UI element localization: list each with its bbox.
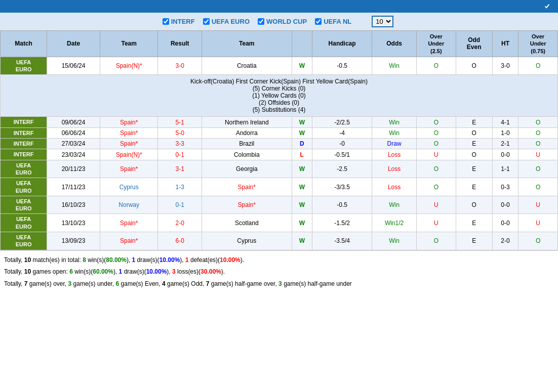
filter-uefa-euro-checkbox[interactable]	[203, 18, 210, 25]
cell-handicap: -2.5	[312, 160, 372, 178]
cell-odds: Win1/2	[372, 214, 417, 232]
cell-category: UEFAEURO	[1, 178, 47, 196]
cell-odds: Draw	[372, 139, 417, 149]
cell-handicap: -0.5	[312, 57, 372, 75]
col-ou075: OverUnder(0.75)	[519, 31, 558, 57]
filter-world-cup-checkbox[interactable]	[258, 18, 264, 25]
filter-interf-checkbox[interactable]	[163, 18, 169, 25]
cell-team1: Spain(N)*	[100, 149, 157, 160]
cell-ou075: O	[519, 57, 558, 75]
cell-ht: 1-1	[492, 160, 518, 178]
cell-result: 5-1	[158, 117, 202, 127]
cell-oe: O	[456, 57, 492, 75]
col-result: Result	[158, 31, 202, 57]
cell-ht: 0-3	[492, 178, 518, 196]
cell-ou25: O	[416, 57, 456, 75]
cell-result: 3-0	[158, 57, 202, 75]
cell-team2: Scotland	[202, 214, 292, 232]
col-match: Match	[1, 31, 47, 57]
filter-uefa-nl-checkbox[interactable]	[315, 18, 322, 25]
cell-category: INTERF	[1, 139, 47, 149]
cell-wr: W	[292, 160, 312, 178]
cell-handicap: -0.5	[312, 196, 372, 214]
cell-ht: 0-0	[492, 214, 518, 232]
cell-ou25: O	[416, 232, 456, 250]
filter-world-cup-label: WORLD CUP	[266, 18, 307, 25]
cell-category: UEFAEURO	[1, 232, 47, 250]
notes-row: Kick-off(Croatia) First Corner Kick(Spai…	[1, 75, 558, 117]
display-notes-checkbox[interactable]	[544, 3, 550, 10]
col-ou25: OverUnder(2.5)	[416, 31, 456, 57]
cell-wr: W	[292, 117, 312, 127]
col-date: Date	[47, 31, 100, 57]
cell-ou075: O	[519, 127, 558, 138]
cell-ht: 0-0	[492, 149, 518, 160]
filter-interf-label: INTERF	[171, 18, 195, 25]
cell-team2: Spain*	[202, 196, 292, 214]
last-games-selector: 10 5 15 20 30	[370, 16, 395, 27]
filter-uefa-euro-label: UEFA EURO	[212, 18, 250, 25]
filter-uefa-nl: UEFA NL	[315, 18, 351, 25]
cell-ou25: O	[416, 127, 456, 138]
cell-ou25: U	[416, 214, 456, 232]
display-notes-container	[544, 3, 553, 10]
cell-odds: Loss	[372, 160, 417, 178]
cell-wr: W	[292, 57, 312, 75]
table-row: UEFAEURO 13/09/23 Spain* 6-0 Cyprus W -3…	[1, 232, 558, 250]
table-row: UEFAEURO 13/10/23 Spain* 2-0 Scotland W …	[1, 214, 558, 232]
cell-ht: 4-1	[492, 117, 518, 127]
cell-ht: 0-0	[492, 196, 518, 214]
table-row: UEFAEURO 17/11/23 Cyprus 1-3 Spain* W -3…	[1, 178, 558, 196]
summary-line: Totally, 10 match(es) in total: 8 win(s)…	[4, 255, 554, 266]
cell-category: INTERF	[1, 149, 47, 160]
cell-ou075: U	[519, 196, 558, 214]
cell-date: 23/03/24	[47, 149, 100, 160]
cell-ou25: O	[416, 178, 456, 196]
col-team1: Team	[100, 31, 157, 57]
cell-ou075: U	[519, 149, 558, 160]
col-team2: Team	[202, 31, 292, 57]
cell-ou25: U	[416, 196, 456, 214]
cell-team1: Norway	[100, 196, 157, 214]
table-row: INTERF 27/03/24 Spain* 3-3 Brazil D -0 D…	[1, 139, 558, 149]
cell-category: UEFAEURO	[1, 214, 47, 232]
filter-uefa-euro: UEFA EURO	[203, 18, 250, 25]
cell-oe: O	[456, 196, 492, 214]
cell-handicap: -2/2.5	[312, 117, 372, 127]
cell-result: 6-0	[158, 232, 202, 250]
cell-team1: Spain*	[100, 139, 157, 149]
cell-team1: Spain(N)*	[100, 57, 157, 75]
cell-date: 17/11/23	[47, 178, 100, 196]
cell-ou25: O	[416, 117, 456, 127]
cell-odds: Win	[372, 57, 417, 75]
scores-table: Match Date Team Result Team Handicap Odd…	[0, 30, 558, 250]
cell-oe: E	[456, 214, 492, 232]
cell-wr: L	[292, 149, 312, 160]
cell-category: UEFAEURO	[1, 196, 47, 214]
table-row: INTERF 09/06/24 Spain* 5-1 Northern Irel…	[1, 117, 558, 127]
col-odds: Odds	[372, 31, 417, 57]
summary-line: Totally, 7 game(s) over, 3 game(s) under…	[4, 279, 554, 290]
cell-odds: Loss	[372, 149, 417, 160]
cell-category: INTERF	[1, 127, 47, 138]
col-handicap: Handicap	[312, 31, 372, 57]
col-oe: OddEven	[456, 31, 492, 57]
cell-odds: Win	[372, 232, 417, 250]
cell-ou25: O	[416, 160, 456, 178]
cell-handicap: -3.5/4	[312, 232, 372, 250]
cell-date: 13/10/23	[47, 214, 100, 232]
cell-handicap: -0	[312, 139, 372, 149]
cell-ou075: O	[519, 117, 558, 127]
cell-team2: Colombia	[202, 149, 292, 160]
summary-line: Totally, 10 games open: 6 win(s)(60.00%)…	[4, 267, 554, 278]
cell-category: UEFAEURO	[1, 160, 47, 178]
cell-result: 0-1	[158, 196, 202, 214]
cell-category: UEFAEURO	[1, 57, 47, 75]
last-games-select[interactable]: 10 5 15 20 30	[372, 16, 393, 27]
cell-team2: Andorra	[202, 127, 292, 138]
cell-oe: O	[456, 149, 492, 160]
filter-row: INTERF UEFA EURO WORLD CUP UEFA NL 10 5 …	[0, 13, 558, 30]
cell-handicap: -0.5/1	[312, 149, 372, 160]
cell-odds: Win	[372, 196, 417, 214]
cell-ou075: O	[519, 178, 558, 196]
